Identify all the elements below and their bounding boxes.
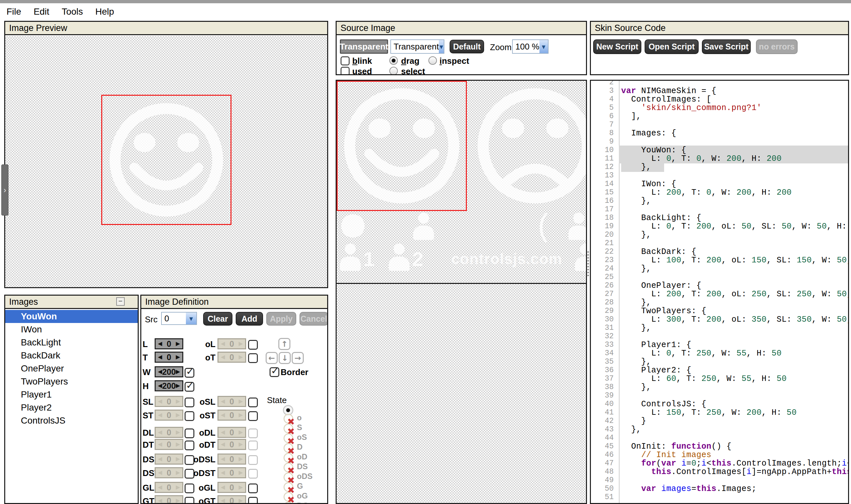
images-list-item-Player2[interactable]: Player2 [5,401,138,414]
images-list-item-BackLight[interactable]: BackLight [5,336,138,349]
code-line-41[interactable]: 41 L: 150, T: 250, W: 200, H: 50 [591,408,848,417]
code-line-50[interactable]: 50 var images=this.Images; [591,484,848,493]
src-select[interactable]: 0 ▾ [161,312,197,325]
code-line-42[interactable]: 42 } [591,417,848,425]
images-list-item-YouWon[interactable]: YouWon [5,310,138,323]
code-line-12[interactable]: 12 }, [591,163,848,171]
source-selection-rectangle[interactable] [337,81,467,211]
code-lines[interactable]: 23var NIMGameSkin = {4 ControlImages: [5… [591,80,848,501]
source-image-sheet[interactable]: ( 1 2 controlsjs.com [337,81,587,284]
h-checkbox[interactable] [185,382,194,392]
code-line-11[interactable]: 11 L: 0, T: 0, W: 200, H: 200 [591,154,848,163]
code-line-35[interactable]: 35 }, [591,358,848,366]
code-line-25[interactable]: 25 [591,273,848,281]
code-line-3[interactable]: 3var NIMGameSkin = { [591,87,848,95]
menu-edit[interactable]: Edit [34,6,49,17]
move-right-button[interactable]: → [292,352,304,364]
code-line-45[interactable]: 45 OnInit: function() { [591,442,848,451]
code-line-18[interactable]: 18 BackLight: { [591,214,848,222]
menu-help[interactable]: Help [95,6,114,17]
code-editor-panel[interactable]: 23var NIMGameSkin = {4 ControlImages: [5… [590,80,849,504]
code-line-14[interactable]: 14 IWon: { [591,180,848,188]
clear-button[interactable]: Clear [203,312,233,326]
save-script-button[interactable]: Save Script [702,39,751,54]
default-button[interactable]: Default [450,40,484,53]
drag-radio[interactable] [390,56,398,65]
open-script-button[interactable]: Open Script [645,39,699,54]
code-line-28[interactable]: 28 }, [591,298,848,307]
move-left-button[interactable]: ← [266,352,278,364]
left-splitter-handle[interactable]: › [1,164,8,216]
code-line-10[interactable]: 10 YouWon: { [591,146,848,154]
ogt-checkbox[interactable] [248,497,258,503]
code-line-21[interactable]: 21 [591,239,848,248]
osl-checkbox[interactable] [248,398,258,407]
menu-file[interactable]: File [6,6,21,17]
spinner-left-arrow-icon[interactable]: ◀ [158,338,162,349]
spinner-left-arrow-icon[interactable]: ◀ [158,380,162,391]
move-up-button[interactable]: ↑ [278,338,290,350]
spinner-right-arrow-icon[interactable]: ▶ [176,352,180,363]
vertical-splitter[interactable] [587,251,589,277]
code-line-29[interactable]: 29 TwoPlayers: { [591,307,848,315]
code-line-2[interactable]: 2 [591,80,848,87]
ost-checkbox[interactable] [248,411,258,421]
images-list-item-OnePlayer[interactable]: OnePlayer [5,362,138,375]
code-line-8[interactable]: 8 Images: { [591,129,848,138]
code-line-46[interactable]: 46 // Init images [591,451,848,459]
code-line-17[interactable]: 17 [591,205,848,214]
code-line-26[interactable]: 26 OnePlayer: { [591,281,848,290]
code-line-27[interactable]: 27 L: 200, T: 200, oL: 250, SL: 250, W: … [591,290,848,298]
code-line-4[interactable]: 4 ControlImages: [ [591,95,848,104]
move-down-button[interactable]: ↓ [279,352,291,364]
code-line-40[interactable]: 40 ControlsJS: { [591,400,848,408]
ol-checkbox[interactable] [248,340,258,350]
ogl-checkbox[interactable] [248,484,258,493]
collapse-images-button[interactable]: − [116,297,125,306]
code-line-22[interactable]: 22 BackDark: { [591,248,848,256]
code-line-32[interactable]: 32 [591,332,848,341]
images-list-item-ControlsJS[interactable]: ControlsJS [5,414,138,427]
spinner-left-arrow-icon[interactable]: ◀ [158,366,162,377]
cancel-button[interactable]: Cancel [300,312,327,326]
code-line-34[interactable]: 34 L: 0, T: 250, W: 55, H: 50 [591,349,848,358]
zoom-select[interactable]: 100 % ▾ [512,39,548,54]
inspect-radio[interactable] [429,56,437,65]
code-line-24[interactable]: 24 }, [591,264,848,273]
image-preview-canvas[interactable] [5,36,327,287]
apply-button[interactable]: Apply [266,312,296,326]
code-line-33[interactable]: 33 Player1: { [591,341,848,349]
images-list-item-IWon[interactable]: IWon [5,323,138,336]
w-spinner[interactable]: ◀200▶ [155,366,183,377]
code-line-48[interactable]: 48 this.ControlImages[i]=ngApp.AppPath+t… [591,468,848,476]
code-line-38[interactable]: 38 }, [591,383,848,391]
h-spinner[interactable]: ◀200▶ [155,380,183,391]
code-line-36[interactable]: 36 Player2: { [591,366,848,374]
images-list-item-BackDark[interactable]: BackDark [5,349,138,362]
ot-checkbox[interactable] [248,353,258,363]
source-image-canvas[interactable]: ( 1 2 controlsjs.com [336,80,587,504]
menu-tools[interactable]: Tools [61,6,83,17]
spinner-right-arrow-icon[interactable]: ▶ [176,338,180,349]
selection-rectangle[interactable] [101,95,232,225]
spinner-right-arrow-icon[interactable]: ▶ [176,366,180,377]
code-line-9[interactable]: 9 [591,138,848,146]
code-line-43[interactable]: 43 }, [591,425,848,434]
code-line-37[interactable]: 37 L: 60, T: 250, W: 55, H: 50 [591,374,848,383]
code-line-51[interactable]: 51 [591,493,848,501]
w-checkbox[interactable] [185,368,194,378]
code-line-19[interactable]: 19 L: 0, T: 200, oL: 50, SL: 50, W: 50, … [591,222,848,231]
code-line-49[interactable]: 49 [591,476,848,484]
code-line-13[interactable]: 13 [591,171,848,180]
code-line-39[interactable]: 39 [591,391,848,400]
l-spinner[interactable]: ◀0▶ [155,338,183,349]
code-line-30[interactable]: 30 L: 300, T: 200, oL: 350, SL: 350, W: … [591,315,848,324]
t-spinner[interactable]: ◀0▶ [155,352,183,363]
code-line-23[interactable]: 23 L: 100, T: 200, oL: 150, SL: 150, W: … [591,256,848,264]
code-line-15[interactable]: 15 L: 200, T: 0, W: 200, H: 200 [591,188,848,197]
code-line-6[interactable]: 6 ], [591,112,848,121]
select-radio[interactable] [390,67,398,74]
background-select[interactable]: Transparent ▾ [390,39,445,54]
transparent-toggle-button[interactable]: Transparent [340,39,388,54]
spinner-left-arrow-icon[interactable]: ◀ [158,352,162,363]
